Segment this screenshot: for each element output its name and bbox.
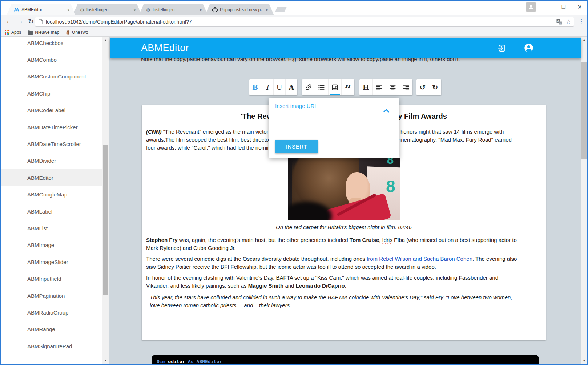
align-left-button[interactable]: [373, 79, 386, 95]
title-bar: ABMEditor×⚙Instellingen×⚙Instellingen×Po…: [1, 1, 587, 15]
sidebar-item-abmcodelabel[interactable]: ABMCodeLabel: [1, 102, 102, 119]
tab-abmeditor[interactable]: ABMEditor×: [7, 4, 76, 15]
tab-close-icon[interactable]: ×: [198, 7, 203, 13]
bold-button[interactable]: B: [249, 79, 261, 95]
align-center-icon: [389, 84, 396, 91]
heading-button[interactable]: H: [359, 79, 373, 95]
refresh-button[interactable]: ↻: [26, 17, 36, 25]
tab-title: Instellingen: [86, 7, 130, 12]
sidebar-item-abmdivider[interactable]: ABMDivider: [1, 153, 102, 169]
bookmark-onetwo[interactable]: OneTwo: [66, 30, 88, 35]
sidebar-scrollbar[interactable]: ▲ ▼: [102, 37, 109, 364]
sidebar-item-abmrange[interactable]: ABMRange: [1, 321, 102, 338]
exit-icon[interactable]: [497, 44, 506, 54]
sidebar-item-abmcustomcomponent[interactable]: ABMCustomComponent: [1, 68, 102, 85]
window-controls: — □ ×: [526, 2, 584, 12]
article-paragraph: This year, the stars have colluded and c…: [146, 293, 541, 309]
scroll-down-icon[interactable]: ▼: [102, 358, 109, 364]
bullet-list-button[interactable]: [315, 79, 328, 95]
underline-button[interactable]: U: [274, 79, 286, 95]
browser-toolbar: ← → ↻ localhost:51042/demo/CompEditorPag…: [1, 15, 587, 28]
account-icon[interactable]: [524, 43, 534, 54]
sidebar-item-abmpagination[interactable]: ABMPagination: [1, 287, 102, 304]
scroll-up-icon[interactable]: ▲: [581, 37, 587, 43]
abm-logo-icon: [14, 7, 19, 13]
text-segment: Elba (who missed out on a best supportin…: [392, 237, 517, 243]
sidebar-item-abmcombo[interactable]: ABMCombo: [1, 51, 102, 68]
new-tab-button[interactable]: [275, 7, 287, 12]
app-title: ABMEditor: [141, 42, 189, 54]
page-scroll-thumb[interactable]: [581, 62, 587, 159]
bookmark-folder-nieuwe-map[interactable]: Nieuwe map: [28, 30, 59, 35]
align-right-icon: [402, 84, 410, 91]
sidebar-item-abmeditor[interactable]: ABMEditor: [1, 169, 102, 186]
scroll-down-icon[interactable]: ▼: [581, 358, 587, 364]
profile-avatar-button[interactable]: [526, 2, 536, 12]
sidebar-item-abmlist[interactable]: ABMList: [1, 220, 102, 236]
person-icon: [528, 4, 534, 10]
insert-image-icon: [331, 84, 339, 91]
sidebar-item-abmradiogroup[interactable]: ABMRadioGroup: [1, 304, 102, 321]
code-token: ABMEditor: [197, 359, 222, 364]
font-color-button[interactable]: A: [286, 79, 297, 95]
sidebar-item-abmimageslider[interactable]: ABMImageSlider: [1, 254, 102, 270]
browser-menu-icon[interactable]: ⋮: [578, 18, 584, 25]
page-scrollbar[interactable]: ▲ ▼: [581, 37, 587, 364]
code-token: As: [188, 359, 194, 364]
forward-button[interactable]: →: [15, 17, 25, 25]
sidebar-item-abmdatetimepicker[interactable]: ABMDateTimePicker: [1, 119, 102, 135]
insert-image-button[interactable]: [329, 79, 342, 95]
sidebar-item-abmcheckbox[interactable]: ABMCheckbox: [1, 37, 102, 51]
tab-close-icon[interactable]: ×: [132, 7, 137, 13]
align-center-button[interactable]: [386, 79, 400, 95]
image-url-input[interactable]: [275, 119, 392, 134]
tab-instellingen[interactable]: ⚙Instellingen×: [73, 4, 142, 15]
sidebar-item-abmdatetimescroller[interactable]: ABMDateTimeScroller: [1, 135, 102, 152]
minimize-button[interactable]: —: [544, 4, 552, 10]
code-line: Dim editor As ABMEditor: [157, 359, 222, 364]
sidebar-item-abmchip[interactable]: ABMChip: [1, 85, 102, 102]
scroll-up-icon[interactable]: ▲: [102, 37, 109, 43]
text-segment: There were several comedic digs at the O…: [146, 256, 367, 262]
insert-button[interactable]: INSERT: [275, 140, 318, 153]
sidebar-item-abmgooglemap[interactable]: ABMGoogleMap: [1, 186, 102, 203]
redo-button[interactable]: ↻: [429, 79, 442, 95]
tab-instellingen[interactable]: ⚙Instellingen×: [139, 4, 208, 15]
tab-popup-instead-new-page[interactable]: Popup instead new page×: [205, 4, 274, 15]
article-paragraph: There were several comedic digs at the O…: [146, 255, 541, 271]
article-link[interactable]: from Rebel Wilson and Sacha Baron Cohen: [367, 256, 472, 262]
article-paragraph: Stephen Fry was, again, the evening's ma…: [146, 236, 541, 252]
undo-button[interactable]: ↺: [416, 79, 429, 95]
tab-close-icon[interactable]: ×: [66, 7, 71, 13]
text-segment: (CNN): [146, 129, 163, 135]
sidebar-item-abminputfield[interactable]: ABMInputfield: [1, 270, 102, 287]
bookmark-star-icon[interactable]: ☆: [566, 18, 571, 25]
bookmark-apps[interactable]: Apps: [5, 30, 21, 35]
address-bar[interactable]: localhost:51042/demo/CompEditorPage/abma…: [35, 17, 574, 27]
text-segment: Vikander, and less likely pairings, such…: [146, 283, 248, 289]
back-button[interactable]: ←: [4, 17, 14, 25]
chevron-up-icon[interactable]: [383, 108, 390, 114]
blockquote-button[interactable]: ”: [342, 79, 354, 95]
bookmark-label: Apps: [11, 30, 21, 35]
maximize-button[interactable]: □: [560, 3, 568, 11]
font-color-icon: A: [289, 83, 294, 91]
tab-title: ABMEditor: [21, 7, 64, 12]
bold-icon: B: [252, 83, 258, 91]
italic-button[interactable]: I: [261, 79, 273, 95]
text-segment: ,: [379, 237, 382, 243]
sidebar-item-abmlabel[interactable]: ABMLabel: [1, 203, 102, 220]
bullet-list-icon: [318, 84, 325, 91]
tab-title: Instellingen: [153, 7, 197, 12]
close-button[interactable]: ×: [576, 3, 584, 11]
url-text[interactable]: localhost:51042/demo/CompEditorPage/abma…: [46, 19, 556, 25]
translate-icon[interactable]: Aa: [556, 19, 562, 25]
sidebar-scroll-thumb[interactable]: [103, 145, 108, 295]
sidebar-item-abmimage[interactable]: ABMImage: [1, 237, 102, 254]
text-segment: Leonardo DiCaprio: [296, 283, 345, 289]
component-sidebar: ABMCheckboxABMComboABMCustomComponentABM…: [1, 37, 102, 364]
sidebar-item-abmsignaturepad[interactable]: ABMSignaturePad: [1, 338, 102, 354]
insert-link-button[interactable]: [302, 79, 315, 95]
align-right-button[interactable]: [399, 79, 412, 95]
tab-close-icon[interactable]: ×: [265, 7, 269, 13]
